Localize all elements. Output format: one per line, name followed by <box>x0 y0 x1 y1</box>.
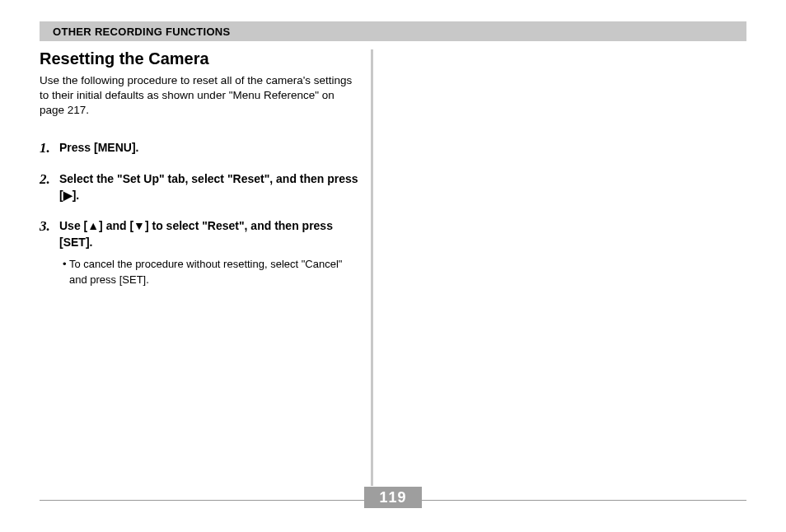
step-number: 3. <box>40 218 59 235</box>
column-divider <box>371 49 373 486</box>
section-header-bar: OTHER RECORDING FUNCTIONS <box>40 21 746 41</box>
step-text: Select the "Set Up" tab, select "Reset",… <box>59 171 361 203</box>
content-area: Resetting the Camera Use the following p… <box>40 49 746 488</box>
step-text: Press [MENU]. <box>59 140 138 156</box>
step-item: 3. Use [▲] and [▼] to select "Reset", an… <box>40 218 361 287</box>
left-column: Resetting the Camera Use the following p… <box>40 49 367 287</box>
page-title: Resetting the Camera <box>40 49 361 68</box>
intro-paragraph: Use the following procedure to reset all… <box>40 73 361 119</box>
page-number-badge: 119 <box>364 487 422 508</box>
step-number: 2. <box>40 171 59 188</box>
manual-page: OTHER RECORDING FUNCTIONS Resetting the … <box>40 21 746 511</box>
step-text: Use [▲] and [▼] to select "Reset", and t… <box>59 218 361 287</box>
step-item: 1. Press [MENU]. <box>40 140 361 156</box>
page-footer: 119 <box>40 487 746 511</box>
steps-list: 1. Press [MENU]. 2. Select the "Set Up" … <box>40 140 361 287</box>
section-header-text: OTHER RECORDING FUNCTIONS <box>53 26 231 38</box>
step-item: 2. Select the "Set Up" tab, select "Rese… <box>40 171 361 203</box>
step-note: • To cancel the procedure without resett… <box>59 257 361 287</box>
step-number: 1. <box>40 140 59 156</box>
page-number-text: 119 <box>379 489 406 506</box>
step-text-inner: Use [▲] and [▼] to select "Reset", and t… <box>59 219 333 249</box>
